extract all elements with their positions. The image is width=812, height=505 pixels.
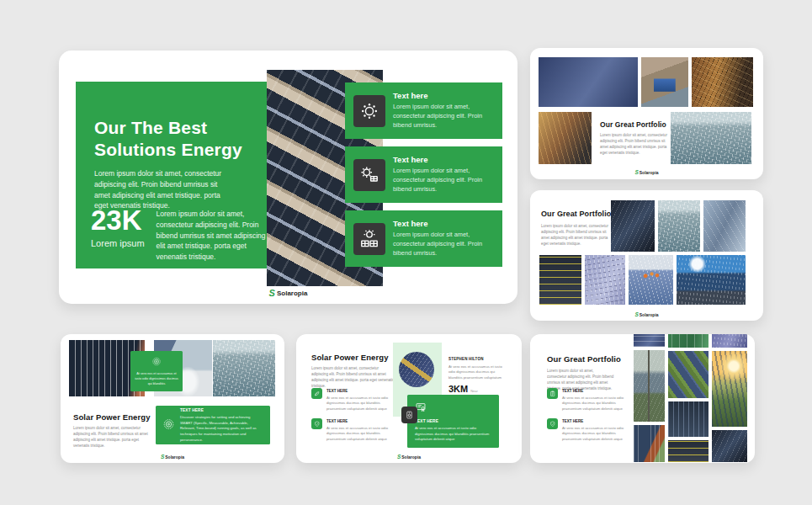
list-item-body: At vero eos et accusamus et iusto odio d…: [326, 425, 397, 441]
text-here-card: TEXT HERE At vero eos et accusamus et iu…: [407, 395, 499, 448]
slide-title: Our Great Portfolio: [547, 354, 621, 364]
stat-description: Lorem ipsum dolor sit amet, consectetur …: [157, 209, 274, 263]
photo-panel-sea: [213, 340, 275, 396]
slide-title: Our Great Portfolio: [541, 210, 611, 219]
brand-logo: S Solaropia: [397, 454, 421, 460]
photo-panel-sea: [658, 200, 700, 252]
shield-icon: [311, 418, 322, 429]
slide-title: Our The Best Solutions Energy: [94, 117, 269, 160]
sun-gear-icon: [353, 159, 385, 191]
leaf-icon: [311, 388, 322, 399]
feature-card-title: Text here: [393, 91, 494, 100]
feature-card-body: Lorem ipsum dolor sit amet, consectetur …: [393, 231, 494, 258]
brand-name: Solaropia: [640, 312, 659, 317]
brand-logo-icon: S: [634, 170, 638, 176]
list-item-text: TEXT HERE At vero eos et accusamus et iu…: [326, 418, 397, 441]
brand-name: Solaropia: [165, 454, 184, 460]
profile-body: At vero eos et accusamus et iusto odio d…: [448, 364, 504, 380]
photo-rooftop-array: [634, 425, 665, 462]
photo-rooftop-house: [641, 57, 688, 107]
list-item-title: TEXT HERE: [326, 419, 397, 423]
list-item-text: TEXT HERE At vero eos et accusamus et iu…: [562, 388, 625, 411]
list-item-body: At vero eos et accusamus et iusto odio d…: [562, 395, 625, 411]
text-here-card: TEXT HERE Discover strategies for settin…: [156, 406, 270, 444]
list-item-title: TEXT HERE: [326, 389, 397, 393]
slide-body: Lorem ipsum dolor sit amet, consectetur …: [600, 132, 674, 156]
clipboard-icon: [547, 388, 558, 399]
photo-panels-sky: [677, 255, 746, 305]
list-item-body: At vero eos et accusamus et iusto odio d…: [326, 395, 397, 411]
photo-panels-sunset: [539, 112, 592, 164]
brand-logo: S Solaropia: [269, 289, 308, 298]
slide-portfolio-bottom[interactable]: Our Great Portfolio Lorem ipsum dolor si…: [530, 334, 755, 463]
profile-name: STEPHEN HILTON: [448, 357, 504, 361]
photo-panels-night: [539, 255, 581, 305]
list-item-text: TEXT HERE At vero eos et accusamus et iu…: [562, 418, 625, 441]
badge-icon: [151, 357, 162, 369]
list-item-text: TEXT HERE At vero eos et accusamus et iu…: [326, 388, 397, 411]
feature-cards: Text here Lorem ipsum dolor sit amet, co…: [345, 82, 502, 274]
photo-green-field: [668, 334, 709, 348]
photo-workers-on-panels: [629, 255, 673, 305]
photo-solar-farm-sun: [712, 351, 747, 427]
slide-solar-power-mid[interactable]: Solar Power Energy Lorem ipsum dolor sit…: [296, 334, 522, 463]
brand-logo-icon: S: [634, 312, 638, 318]
slide-title: Solar Power Energy: [311, 353, 389, 362]
distance-suffix: Near: [470, 390, 478, 394]
stat-column: 23K Lorem ipsum: [91, 206, 145, 248]
list-item: TEXT HERE At vero eos et accusamus et iu…: [311, 388, 399, 411]
sun-panels-icon: [353, 223, 385, 255]
brand-logo: S Solaropia: [634, 312, 658, 318]
text-here-body: Discover strategies for setting and achi…: [180, 415, 263, 443]
brand-logo: S Solaropia: [161, 454, 184, 460]
photo-dark-panels: [611, 200, 655, 252]
feature-card-text: Text here Lorem ipsum dolor sit amet, co…: [393, 155, 494, 194]
photo-dark-panels: [712, 430, 747, 462]
feature-card: Text here Lorem ipsum dolor sit amet, co…: [345, 210, 502, 267]
list-item-body: At vero eos et accusamus et iusto odio d…: [562, 425, 625, 441]
feature-card-text: Text here Lorem ipsum dolor sit amet, co…: [393, 219, 494, 258]
feature-card-text: Text here Lorem ipsum dolor sit amet, co…: [393, 91, 494, 130]
photo-panel-facade: [668, 401, 709, 437]
brand-name: Solaropia: [277, 290, 307, 297]
photo-overlay-card: At vero eos et accusamus et iusto odio d…: [130, 351, 183, 391]
distance-stat: 3KM Near: [448, 384, 504, 395]
feature-card-body: Lorem ipsum dolor sit amet, consectetur …: [393, 103, 494, 130]
brand-logo: S Solaropia: [634, 170, 658, 176]
text-here-body: At vero eos et accusamus et iusto odio d…: [415, 426, 491, 443]
photo-panel-rows: [585, 255, 625, 305]
photo-violet-panels: [712, 334, 747, 348]
slide-solutions-energy[interactable]: Our The Best Solutions Energy Lorem ipsu…: [59, 50, 517, 304]
stat-value: 23K: [91, 206, 145, 234]
brand-logo-icon: S: [269, 289, 275, 298]
distance-value: 3KM: [448, 384, 468, 395]
feature-card-title: Text here: [393, 155, 494, 164]
slide-body: Lorem ipsum dolor sit amet, consectetur …: [311, 365, 395, 389]
slide-portfolio-mid[interactable]: Our Great Portfolio Lorem ipsum dolor si…: [530, 190, 763, 321]
text-here-title: TEXT HERE: [415, 418, 491, 423]
feature-card-body: Lorem ipsum dolor sit amet, consectetur …: [393, 167, 494, 194]
slide-title: Solar Power Energy: [73, 412, 151, 422]
feature-card: Text here Lorem ipsum dolor sit amet, co…: [345, 146, 502, 203]
list-item: TEXT HERE At vero eos et accusamus et iu…: [547, 418, 627, 441]
slide-portfolio-top[interactable]: Our Great Portfolio Lorem ipsum dolor si…: [530, 48, 763, 179]
stat-label: Lorem ipsum: [91, 238, 145, 248]
brand-name: Solaropia: [640, 170, 659, 175]
photo-panels-dawn: [668, 440, 709, 462]
slide-solar-power-left[interactable]: At vero eos et accusamus et iusto odio d…: [61, 334, 284, 463]
photo-panels-grass: [668, 351, 709, 398]
brand-name: Solaropia: [401, 454, 421, 460]
stat-block: 23K Lorem ipsum Lorem ipsum dolor sit am…: [91, 206, 274, 263]
photo-panel-circle: [399, 352, 434, 387]
list-item-title: TEXT HERE: [562, 419, 625, 423]
list-item-title: TEXT HERE: [562, 389, 625, 393]
profile-block: STEPHEN HILTON At vero eos et accusamus …: [448, 357, 504, 395]
slide-body: Lorem ipsum dolor sit amet, consectetur …: [541, 223, 615, 247]
list-item: TEXT HERE At vero eos et accusamus et iu…: [547, 388, 627, 411]
slide-title: Our Great Portfolio: [600, 120, 666, 129]
list-item: TEXT HERE At vero eos et accusamus et iu…: [311, 418, 399, 441]
feature-card: Text here Lorem ipsum dolor sit amet, co…: [345, 82, 502, 139]
feature-card-title: Text here: [393, 219, 494, 228]
photo-panels-dusk: [692, 57, 753, 107]
gadget-icon: [401, 407, 417, 423]
